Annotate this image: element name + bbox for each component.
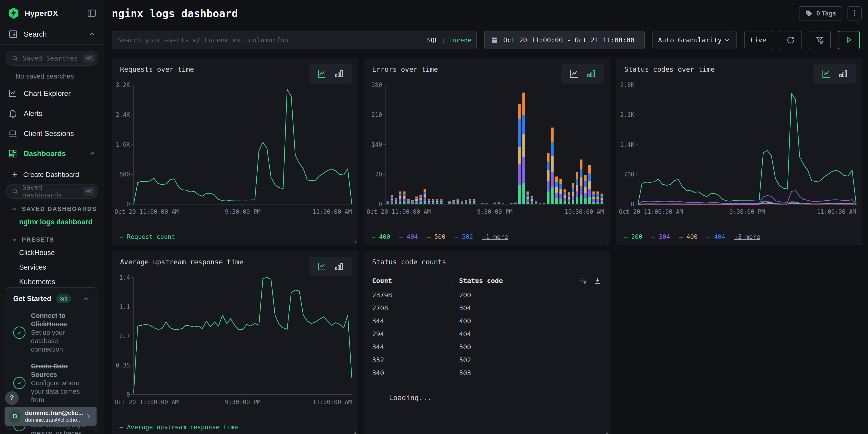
legend-item[interactable]: — 404 (399, 233, 418, 240)
refresh-button[interactable] (780, 31, 802, 49)
search-section-icon (8, 29, 18, 39)
saved-dashboards-input[interactable]: Saved Dashboards ⌘K (5, 184, 98, 198)
legend-item[interactable]: — 404 (707, 233, 725, 240)
saved-dashboards-placeholder: Saved Dashboards (22, 184, 80, 199)
user-menu[interactable]: D dominic.tran@clic... dominic.tran@clic… (5, 407, 97, 426)
saved-dashboards-section-header[interactable]: SAVED DASHBOARDS (5, 198, 98, 215)
wrap-lines-icon[interactable] (578, 276, 587, 285)
requests-chart[interactable]: 08001.6K2.4K3.2KOct 20 11:00:00 AM9:30:0… (114, 82, 353, 218)
svg-text:280: 280 (371, 82, 382, 88)
svg-text:9:30:00 PM: 9:30:00 PM (477, 208, 513, 215)
errors-chart[interactable]: 070140210280Oct 20 11:00:00 AM9:30:00 PM… (366, 82, 606, 218)
column-resize-handle[interactable]: ⋮ (449, 277, 459, 284)
presets-section-header[interactable]: PRESETS (5, 229, 98, 245)
chevron-up-icon[interactable] (88, 150, 96, 157)
line-chart-icon[interactable] (317, 261, 327, 272)
table-row[interactable]: 344400 (372, 314, 601, 328)
run-query-button[interactable] (838, 31, 860, 49)
panel-title: Average upstream response time (120, 258, 243, 266)
tags-button[interactable]: 0 Tags (799, 6, 842, 21)
dashboard-menu-button[interactable] (847, 6, 862, 21)
sidebar-item-services[interactable]: Services (5, 260, 98, 275)
cell-count: 23798 (372, 291, 459, 299)
sidebar-collapse-icon[interactable] (87, 8, 97, 19)
sidebar-item-nginx-logs-dashboard[interactable]: nginx logs dashboard (5, 215, 98, 229)
download-icon[interactable] (593, 276, 602, 285)
create-dashboard-button[interactable]: Create Dashboard (5, 164, 98, 184)
svg-text:70: 70 (375, 171, 382, 178)
line-chart-icon[interactable] (821, 68, 832, 79)
column-header-status-code[interactable]: Status code (459, 277, 503, 285)
tags-label: 0 Tags (816, 10, 836, 17)
legend-item[interactable]: — Request count (120, 233, 175, 240)
bar-chart-icon[interactable] (586, 68, 596, 79)
dashboards-icon (8, 149, 18, 158)
table-row[interactable]: 344500 (372, 340, 601, 353)
legend-item[interactable]: — 400 (679, 233, 698, 240)
resize-handle-icon[interactable] (603, 238, 609, 244)
sidebar-item-dashboards[interactable]: Dashboards (0, 144, 104, 164)
table-row[interactable]: 294404 (372, 328, 601, 340)
resize-handle-icon[interactable] (350, 238, 356, 244)
svg-text:9:30:00 PM: 9:30:00 PM (225, 399, 261, 406)
get-started-step[interactable]: Connect to ClickHouse Set up your databa… (13, 311, 90, 354)
line-chart-icon[interactable] (317, 68, 327, 79)
sidebar-item-kubernetes[interactable]: Kubernetes (5, 275, 98, 289)
sidebar-item-client-sessions[interactable]: Client Sessions (5, 123, 98, 144)
sidebar-item-label: Chart Explorer (24, 89, 70, 98)
filter-button[interactable] (809, 31, 831, 49)
legend-more-link[interactable]: +3 more (734, 233, 760, 240)
cell-count: 340 (372, 369, 459, 377)
app-title: HyperDX (25, 9, 58, 18)
sidebar-item-alerts[interactable]: Alerts (5, 103, 98, 123)
bar-chart-icon[interactable] (334, 68, 344, 79)
status-codes-chart[interactable]: 07001.4K2.1K2.8KOct 20 11:00:00 AM9:30:0… (618, 82, 858, 218)
sidebar-item-chart-explorer[interactable]: Chart Explorer (5, 83, 98, 103)
status-code-table: Count ⋮ Status code 23798200270830434440… (372, 273, 601, 402)
saved-searches-input[interactable]: Saved Searches ⌘K (5, 51, 98, 66)
panel-title: Requests over time (120, 65, 194, 73)
legend-item[interactable]: — Average upstream response time (120, 424, 238, 431)
chevron-down-icon (11, 206, 18, 212)
legend-more-link[interactable]: +1 more (482, 233, 508, 240)
time-range-picker[interactable]: Oct 20 11:00:00 - Oct 21 11:00:00 (484, 31, 645, 49)
svg-text:0: 0 (631, 201, 634, 208)
time-range-value: Oct 20 11:00:00 - Oct 21 11:00:00 (503, 36, 634, 44)
sql-toggle[interactable]: SQL (427, 37, 438, 44)
sidebar-item-clickhouse[interactable]: ClickHouse (5, 245, 98, 260)
svg-text:1.4: 1.4 (119, 274, 130, 281)
granularity-select[interactable]: Auto Granularity (652, 31, 737, 49)
legend-item[interactable]: — 500 (427, 233, 445, 240)
chevron-up-icon[interactable] (88, 30, 96, 38)
help-button[interactable]: ? (5, 391, 19, 405)
panel-requests-over-time: Requests over time 08001.6K2.4K3.2KOct 2… (112, 58, 358, 245)
table-row[interactable]: 352502 (372, 353, 601, 366)
avg-upstream-chart[interactable]: 00.350.71.11.4Oct 20 11:00:00 AM9:30:00 … (114, 274, 353, 409)
column-header-count[interactable]: Count (372, 277, 449, 285)
legend-item[interactable]: — 304 (651, 233, 670, 240)
table-row[interactable]: 2708304 (372, 302, 601, 314)
line-chart-icon[interactable] (569, 68, 580, 79)
event-search-input[interactable]: Search your events w/ Lucene ex. column:… (112, 31, 477, 49)
get-started-title: Get Started (13, 294, 51, 303)
table-row[interactable]: 23798200 (372, 288, 601, 302)
chart-legend: — 400— 404— 500— 502+1 more (372, 233, 508, 240)
resize-handle-icon[interactable] (350, 428, 356, 434)
resize-handle-icon[interactable] (855, 238, 861, 244)
sidebar-item-search[interactable]: Search (0, 26, 104, 44)
legend-item[interactable]: — 400 (372, 233, 390, 240)
bar-chart-icon[interactable] (334, 261, 344, 272)
legend-item[interactable]: — 502 (455, 233, 473, 240)
resize-handle-icon[interactable] (603, 428, 609, 434)
chart-explorer-icon (8, 88, 18, 98)
live-button[interactable]: Live (744, 31, 772, 49)
svg-text:1.4K: 1.4K (620, 141, 634, 148)
bar-chart-icon[interactable] (838, 68, 848, 79)
lucene-toggle[interactable]: Lucene (449, 37, 471, 44)
chevron-up-icon[interactable] (82, 294, 90, 303)
get-started-step[interactable]: Create Data Sources Configure where your… (13, 362, 90, 404)
no-saved-searches-note: No saved searches (5, 66, 98, 83)
panel-status-codes-over-time: Status codes over time 07001.4K2.1K2.8KO… (616, 58, 862, 245)
table-row[interactable]: 340503 (372, 366, 601, 379)
legend-item[interactable]: — 200 (624, 233, 642, 240)
